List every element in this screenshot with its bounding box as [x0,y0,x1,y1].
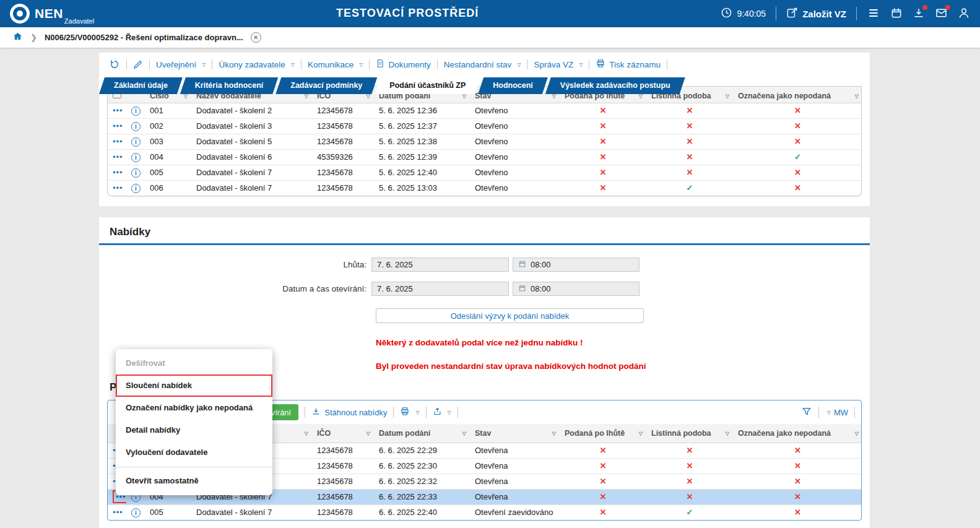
tab-hodnoceni[interactable]: Hodnocení [478,77,548,94]
tab-zadavaci-podminky[interactable]: Zadávací podmínky [275,77,377,94]
otevirani-date-field[interactable]: 7. 6. 2025 [371,282,509,296]
row-menu-button[interactable]: ••• [113,106,123,115]
calendar-icon [518,260,526,270]
chevron-right-icon: ❯ [30,33,37,42]
cell: ✕ [733,489,862,504]
create-vz-button[interactable]: Založit VZ [786,7,846,20]
row-menu-button[interactable]: ••• [113,152,123,162]
mark-icon: ✕ [794,508,801,517]
cell: ✕ [646,458,733,474]
menu-item-vylouceni-dodavatele[interactable]: Vyloučení dodavatele [116,441,272,464]
otevirani-time-field[interactable]: 08:00 [513,282,640,296]
menu-item-detail-nabidky[interactable]: Detail nabídky [116,419,272,441]
toolbar-item-ukony-zadavatele[interactable]: Úkony zadavatele [219,60,294,69]
table-row[interactable]: ••• i 002 Dodavatel - školení 3 12345678… [108,118,862,134]
cell: Dodavatel - školení 2 [191,103,312,118]
cell: ✕ [560,165,646,180]
toolbar-item-komunikace[interactable]: Komunikace [308,60,363,69]
toolbar-item-sprava-vz[interactable]: Správa VZ [534,60,583,69]
cell: Dodavatel - školení 3 [191,118,312,134]
tab-kriteria-hodnoceni[interactable]: Kritéria hodnocení [180,77,278,94]
mark-icon: ✕ [600,508,607,517]
info-icon[interactable]: i [131,137,141,147]
cell: ✕ [733,180,862,196]
cell: Dodavatel - školení 7 [191,504,312,520]
cell: Dodavatel - školení 5 [191,134,312,149]
toolbar-item-tisk-zaznamu[interactable]: Tisk záznamu [596,59,661,70]
export-menu-button[interactable] [433,407,451,418]
breadcrumb-item[interactable]: N006/25/V00005292 - Řešení optimalizace … [45,33,243,42]
info-icon[interactable]: i [131,508,141,517]
cell: Otevřena [470,458,560,474]
cell: ✕ [733,443,862,458]
cell: 12345678 [312,134,374,149]
table-row[interactable]: ••• i 005 Dodavatel - školení 7 12345678… [108,165,862,180]
column-stav[interactable]: Stav [470,424,560,443]
column-listinna-podoba[interactable]: Listinná podoba [646,424,733,443]
lhuta-time-field[interactable]: 08:00 [513,258,640,272]
messages-button[interactable] [935,7,948,21]
row-menu-button[interactable]: ••• [113,121,123,131]
cell: i [126,134,145,149]
mark-icon: ✕ [794,477,801,486]
filter-caret-icon[interactable] [366,431,370,436]
row-menu-button[interactable]: ••• [113,137,123,146]
menu-item-otevrit-samostatne[interactable]: Otevřít samostatně [116,467,272,492]
tab-vysledek-zadavaciho-postupu[interactable]: Výsledek zadávacího postupu [545,77,685,94]
info-icon[interactable]: i [131,106,141,116]
cell: 12345678 [312,103,374,118]
filter-caret-icon[interactable] [552,431,556,436]
filter-caret-icon[interactable] [305,431,308,436]
toolbar-item-dokumenty[interactable]: Dokumenty [376,59,430,70]
table-row[interactable]: ••• i 005 Dodavatel - školení 7 12345678… [108,504,862,520]
menu-item-slouceni-nabidek[interactable]: Sloučení nabídek [116,374,272,397]
close-icon[interactable]: ✕ [251,32,261,43]
column-podana-po-lhute[interactable]: Podaná po lhůtě [560,424,646,443]
filter-caret-icon[interactable] [639,431,643,436]
filter-caret-icon[interactable] [855,431,859,436]
row-menu-button[interactable]: ••• [113,183,123,193]
mark-icon: ✓ [687,508,693,517]
filter-caret-icon[interactable] [726,431,729,436]
edit-button[interactable] [133,59,143,69]
filter-caret-icon[interactable] [462,431,466,436]
cell: Otevřeno [470,134,560,149]
menu-item-oznaceni-nabidky-jako-nepodana[interactable]: Označení nabídky jako nepodaná [116,397,272,419]
send-invitation-button[interactable]: Odeslání výzvy k podání nabídek [376,308,644,323]
row-menu-button[interactable]: ••• [113,168,123,177]
lhuta-date-field[interactable]: 7. 6. 2025 [371,258,509,272]
info-icon[interactable]: i [131,184,141,193]
otevirani-time-value: 08:00 [531,284,551,293]
cell: i [126,103,145,118]
table-row[interactable]: ••• i 006 Dodavatel - školení 7 12345678… [108,180,862,196]
column-datum-podani[interactable]: Datum podání [374,424,470,443]
info-icon[interactable]: i [131,122,141,131]
table-row[interactable]: ••• i 001 Dodavatel - školení 2 12345678… [108,103,862,118]
column-ico[interactable]: IČO [312,424,374,443]
saved-filter-selector[interactable]: MW [825,408,848,417]
info-icon[interactable]: i [131,168,141,178]
toolbar-item-uverejneni[interactable]: Uveřejnění [156,60,206,69]
print-menu-button[interactable] [400,407,419,418]
cell: i [126,118,145,134]
row-menu-button[interactable]: ••• [113,508,123,517]
calendar-button[interactable] [890,7,903,21]
column-oznacena-jako-nepodana[interactable]: Označena jako nepodaná [733,424,862,443]
menu-button[interactable] [867,7,880,21]
table-row[interactable]: ••• i 003 Dodavatel - školení 5 12345678… [108,134,862,149]
cell: Otevření zaevidováno [470,504,560,520]
table-row[interactable]: ••• i 004 Dodavatel - školení 6 45359326… [108,149,862,165]
home-icon[interactable] [12,32,23,43]
profile-button[interactable] [958,7,970,21]
info-icon[interactable]: i [131,153,141,162]
tab-podani-ucastniku-zp[interactable]: Podání účastníků ZP [375,77,480,94]
cell: 004 [145,149,191,165]
downloads-button[interactable] [913,7,925,21]
history-button[interactable] [109,59,120,70]
download-offers-button[interactable]: Stáhnout nabídky [311,407,387,418]
cell: 12345678 [312,474,374,489]
tab-zakladni-udaje[interactable]: Základní údaje [99,77,183,94]
filter-button[interactable] [801,406,812,418]
toolbar-item-nestandardni-stav[interactable]: Nestandardní stav [444,60,521,69]
chevron-down-icon [202,62,206,67]
